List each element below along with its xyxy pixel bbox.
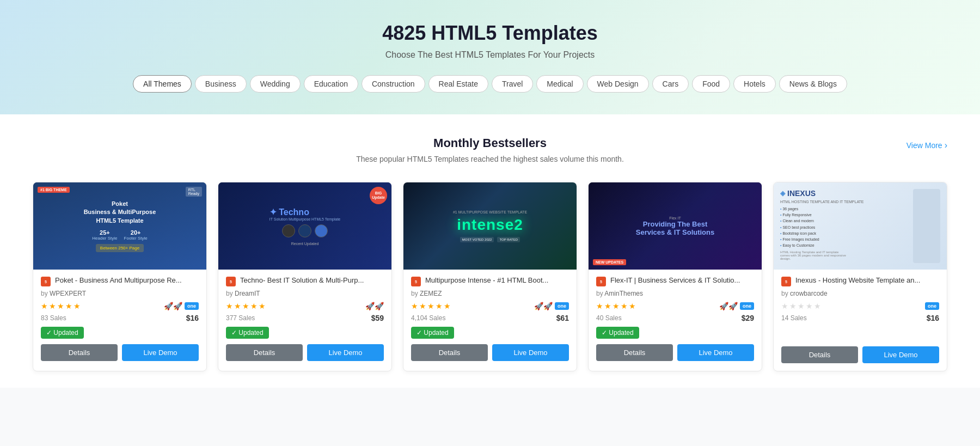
one-badge: one	[740, 302, 754, 310]
card-rating-row: ★★★★★ one	[781, 302, 939, 310]
live-demo-button[interactable]: Live Demo	[677, 344, 754, 361]
filter-tab-travel[interactable]: Travel	[492, 75, 533, 93]
card-sales-price: 83 Sales $16	[41, 314, 199, 322]
html5-icon-text: 5	[415, 280, 417, 284]
live-demo-button[interactable]: Live Demo	[492, 344, 569, 361]
star-2: ★	[604, 302, 611, 310]
filter-tab-web-design[interactable]: Web Design	[587, 75, 649, 93]
star-1: ★	[41, 302, 48, 310]
stars: ★★★★★	[781, 302, 821, 310]
star-5: ★	[74, 302, 81, 310]
stars: ★★★★★	[41, 302, 81, 310]
view-more-label: View More	[906, 141, 942, 150]
filter-tab-news-blogs[interactable]: News & Blogs	[779, 75, 847, 93]
star-3: ★	[427, 302, 434, 310]
star-2: ★	[419, 302, 426, 310]
card-author: by AminThemes	[596, 290, 754, 297]
star-5: ★	[259, 302, 266, 310]
filter-tab-medical[interactable]: Medical	[536, 75, 583, 93]
card-actions: Details Live Demo	[411, 344, 569, 361]
html5-icon-text: 5	[230, 280, 232, 284]
view-more-link[interactable]: View More ›	[906, 140, 947, 150]
star-1: ★	[411, 302, 418, 310]
badges: 🚀🚀 one	[164, 302, 199, 310]
badges: one	[925, 302, 939, 310]
card-rating-row: ★★★★★ 🚀🚀 one	[596, 302, 754, 310]
updated-badge: ✓ Updated	[596, 327, 639, 339]
card-title-row: 5 Techno- Best IT Solution & Multi-Purp.…	[226, 276, 384, 286]
section-subtitle: These popular HTML5 Templates reached th…	[76, 155, 904, 163]
product-card-inexus: ◈ INEXUS HTML HOSTING TEMPLATE AND IT TE…	[773, 182, 947, 371]
live-demo-button[interactable]: Live Demo	[122, 344, 199, 361]
html5-icon: 5	[411, 277, 421, 286]
star-3: ★	[242, 302, 249, 310]
author-name: AminThemes	[604, 290, 643, 297]
star-4: ★	[250, 302, 258, 310]
author-name: ZEMEZ	[420, 290, 442, 297]
price: $61	[556, 314, 569, 322]
filter-tab-food[interactable]: Food	[692, 75, 730, 93]
card-rating-row: ★★★★★ 🚀🚀	[226, 302, 384, 310]
section-title: Monthly Bestsellers	[76, 136, 904, 150]
star-4: ★	[806, 302, 813, 310]
card-sales-price: 377 Sales $59	[226, 314, 384, 322]
card-sales-price: 4,104 Sales $61	[411, 314, 569, 322]
product-image-inexus: ◈ INEXUS HTML HOSTING TEMPLATE AND IT TE…	[774, 182, 947, 270]
live-demo-button[interactable]: Live Demo	[862, 346, 939, 363]
card-author: by ZEMEZ	[411, 290, 569, 297]
details-button[interactable]: Details	[781, 346, 858, 363]
details-button[interactable]: Details	[596, 344, 673, 361]
section-header-wrapper: Monthly Bestsellers These popular HTML5 …	[33, 136, 947, 179]
filter-tab-cars[interactable]: Cars	[652, 75, 689, 93]
product-card-intense: #1 MULTIPURPOSE WEBSITE TEMPLATE intense…	[403, 182, 577, 371]
star-2: ★	[49, 302, 56, 310]
card-body: 5 Poket - Business And Multipurpose Re..…	[33, 270, 206, 369]
inexus-right	[913, 189, 940, 263]
stars: ★★★★★	[411, 302, 451, 310]
filter-tab-real-estate[interactable]: Real Estate	[428, 75, 488, 93]
rockets-badge: 🚀🚀	[164, 302, 182, 310]
star-2: ★	[789, 302, 797, 310]
flexit-content: Flex IT Providing The BestServices & IT …	[636, 216, 715, 236]
updated-badge-empty	[781, 327, 939, 341]
card-sales-price: 40 Sales $29	[596, 314, 754, 322]
details-button[interactable]: Details	[411, 344, 488, 361]
card-title: Flex-IT | Business Services & IT Solutio…	[610, 276, 740, 285]
updated-badge: ✓ Updated	[41, 327, 84, 339]
details-button[interactable]: Details	[226, 344, 303, 361]
card-body: 5 Inexus - Hosting Website Template an..…	[774, 270, 947, 371]
price: $29	[742, 314, 754, 322]
html5-icon: 5	[226, 277, 236, 286]
rockets-badge: 🚀🚀	[534, 302, 553, 310]
card-sales-price: 14 Sales $16	[781, 314, 939, 322]
details-button[interactable]: Details	[41, 344, 118, 361]
html5-icon-text: 5	[600, 280, 602, 284]
card-body: 5 Multipurpose Intense - #1 HTML Boot...…	[403, 270, 577, 369]
card-author: by DreamIT	[226, 290, 384, 297]
star-1: ★	[781, 302, 788, 310]
price: $16	[186, 314, 199, 322]
one-badge: one	[185, 302, 199, 310]
card-body: 5 Techno- Best IT Solution & Multi-Purp.…	[218, 270, 391, 369]
filter-tab-all[interactable]: All Themes	[133, 75, 192, 93]
flexit-title: Providing The BestServices & IT Solution…	[636, 220, 715, 236]
html5-icon-text: 5	[785, 280, 787, 284]
card-title-row: 5 Multipurpose Intense - #1 HTML Boot...	[411, 276, 569, 286]
card-title: Techno- Best IT Solution & Multi-Purp...	[240, 276, 364, 285]
products-grid: #1 BIG THEME RTLReady PoketBusiness & Mu…	[33, 182, 947, 371]
section-title-wrapper: Monthly Bestsellers These popular HTML5 …	[76, 136, 904, 179]
star-1: ★	[596, 302, 603, 310]
card-title: Multipurpose Intense - #1 HTML Boot...	[425, 276, 548, 285]
filter-tab-business[interactable]: Business	[195, 75, 247, 93]
stars: ★★★★★	[596, 302, 636, 310]
filter-tab-wedding[interactable]: Wedding	[250, 75, 301, 93]
stars: ★★★★★	[226, 302, 266, 310]
filter-tab-construction[interactable]: Construction	[362, 75, 425, 93]
filter-tab-hotels[interactable]: Hotels	[733, 75, 776, 93]
filter-tabs: All ThemesBusinessWeddingEducationConstr…	[11, 75, 969, 93]
filter-tab-education[interactable]: Education	[304, 75, 358, 93]
one-badge: one	[555, 302, 569, 310]
live-demo-button[interactable]: Live Demo	[307, 344, 384, 361]
techno-subtitle: IT Solution Multipurpose HTML5 Template	[270, 217, 340, 221]
sales-count: 377 Sales	[226, 314, 255, 322]
